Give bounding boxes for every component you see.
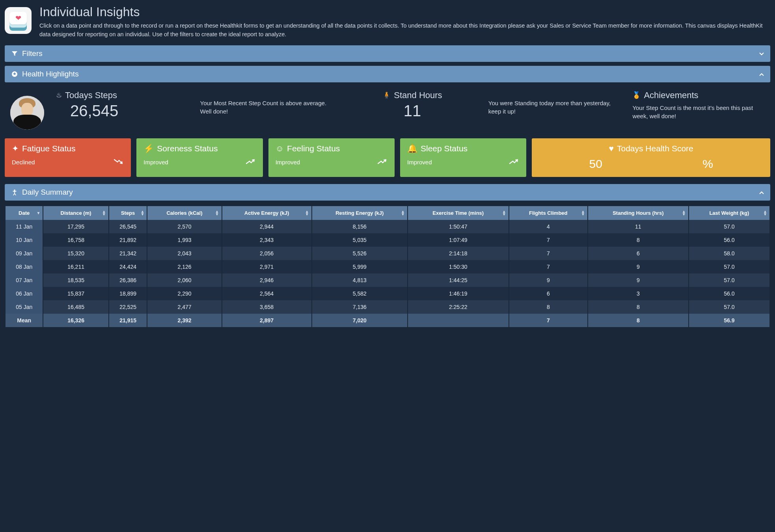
cell-distance[interactable]: 15,320 [43, 247, 108, 260]
table-row[interactable]: 05 Jan16,48522,5252,4773,6587,1362:25:22… [6, 300, 769, 314]
cell-distance[interactable]: 16,485 [43, 300, 108, 314]
cell-standing[interactable]: 11 [588, 220, 688, 233]
cell-distance[interactable]: 18,535 [43, 273, 108, 287]
cell-resting[interactable]: 4,813 [312, 273, 407, 287]
col-weight[interactable]: Last Weight (kg)▲▼ [689, 206, 769, 220]
col-exercise-time[interactable]: Exercise Time (mins)▲▼ [408, 206, 509, 220]
cell-calories[interactable]: 2,290 [147, 287, 221, 300]
cell-active[interactable]: 2,564 [222, 287, 311, 300]
daily-summary-panel-header[interactable]: Daily Summary [5, 184, 770, 201]
stand-value[interactable]: 11 [344, 102, 481, 120]
cell-active[interactable]: 2,944 [222, 220, 311, 233]
cell-resting[interactable]: 5,526 [312, 247, 407, 260]
cell-exercise[interactable]: 1:07:49 [408, 233, 509, 247]
cell-exercise[interactable]: 2:14:18 [408, 247, 509, 260]
cell-date[interactable]: 11 Jan [6, 220, 43, 233]
cell-distance[interactable]: 15,837 [43, 287, 108, 300]
col-steps[interactable]: Steps▲▼ [109, 206, 147, 220]
cell-steps[interactable]: 21,892 [109, 233, 147, 247]
table-row[interactable]: 07 Jan18,53526,3862,0602,9464,8131:44:25… [6, 273, 769, 287]
soreness-status-card[interactable]: ⚡Soreness Status Improved [136, 138, 263, 177]
cell-steps[interactable]: 26,386 [109, 273, 147, 287]
cell-distance[interactable]: 17,295 [43, 220, 108, 233]
feeling-status-card[interactable]: ☺Feeling Status Improved [268, 138, 395, 177]
chevron-up-icon [759, 71, 764, 77]
col-active-energy[interactable]: Active Energy (kJ)▲▼ [222, 206, 311, 220]
cell-steps[interactable]: 24,424 [109, 260, 147, 273]
cell-standing[interactable]: 9 [588, 260, 688, 273]
cell-standing[interactable]: 3 [588, 287, 688, 300]
cell-flights[interactable]: 9 [509, 273, 587, 287]
cell-flights[interactable]: 7 [509, 260, 587, 273]
cell-resting[interactable]: 5,035 [312, 233, 407, 247]
cell-flights[interactable]: 4 [509, 220, 587, 233]
cell-distance[interactable]: 16,758 [43, 233, 108, 247]
cell-active[interactable]: 3,658 [222, 300, 311, 314]
cell-date[interactable]: 06 Jan [6, 287, 43, 300]
cell-active[interactable]: 2,946 [222, 273, 311, 287]
page-header: ❤ Individual Insights Click on a data po… [5, 5, 770, 39]
cell-resting[interactable]: 5,582 [312, 287, 407, 300]
cell-steps[interactable]: 21,342 [109, 247, 147, 260]
cell-weight[interactable]: 56.0 [689, 287, 769, 300]
steps-value[interactable]: 26,545 [56, 102, 192, 120]
cell-calories[interactable]: 1,993 [147, 233, 221, 247]
cell-date[interactable]: 07 Jan [6, 273, 43, 287]
avatar[interactable] [10, 96, 44, 130]
table-row[interactable]: 11 Jan17,29526,5452,5702,9448,1561:50:47… [6, 220, 769, 233]
cell-exercise[interactable]: 1:46:19 [408, 287, 509, 300]
cell-resting[interactable]: 7,136 [312, 300, 407, 314]
cell-exercise[interactable]: 1:50:30 [408, 260, 509, 273]
cell-resting[interactable]: 5,999 [312, 260, 407, 273]
cell-exercise[interactable]: 2:25:22 [408, 300, 509, 314]
cell-date[interactable]: 08 Jan [6, 260, 43, 273]
cell-date[interactable]: 10 Jan [6, 233, 43, 247]
highlights-panel-header[interactable]: Health Highlights [5, 66, 770, 82]
cell-flights[interactable]: 8 [509, 300, 587, 314]
cell-flights[interactable]: 6 [509, 287, 587, 300]
cell-resting[interactable]: 8,156 [312, 220, 407, 233]
col-date[interactable]: Date▼ [6, 206, 43, 220]
sleep-status-card[interactable]: 🔔Sleep Status Improved [400, 138, 526, 177]
cell-weight[interactable]: 57.0 [689, 220, 769, 233]
cell-active[interactable]: 2,343 [222, 233, 311, 247]
cell-active[interactable]: 2,056 [222, 247, 311, 260]
cell-flights[interactable]: 7 [509, 233, 587, 247]
cell-distance[interactable]: 16,211 [43, 260, 108, 273]
cell-exercise[interactable]: 1:44:25 [408, 273, 509, 287]
cell-weight[interactable]: 56.0 [689, 233, 769, 247]
col-calories[interactable]: Calories (kCal)▲▼ [147, 206, 221, 220]
col-standing-hours[interactable]: Standing Hours (hrs)▲▼ [588, 206, 688, 220]
cell-steps[interactable]: 22,525 [109, 300, 147, 314]
cell-weight[interactable]: 57.0 [689, 273, 769, 287]
col-flights[interactable]: Flights Climbed▲▼ [509, 206, 587, 220]
cell-steps[interactable]: 18,899 [109, 287, 147, 300]
cell-weight[interactable]: 57.0 [689, 300, 769, 314]
table-row[interactable]: 09 Jan15,32021,3422,0432,0565,5262:14:18… [6, 247, 769, 260]
fatigue-status-card[interactable]: ✦Fatigue Status Declined [5, 138, 131, 177]
filters-panel-header[interactable]: Filters [5, 45, 770, 62]
cell-calories[interactable]: 2,043 [147, 247, 221, 260]
cell-calories[interactable]: 2,126 [147, 260, 221, 273]
cell-standing[interactable]: 8 [588, 233, 688, 247]
cell-steps[interactable]: 26,545 [109, 220, 147, 233]
col-resting-energy[interactable]: Resting Energy (kJ)▲▼ [312, 206, 407, 220]
health-score-card[interactable]: ♥Todays Health Score 50 % [532, 138, 770, 177]
table-row[interactable]: 06 Jan15,83718,8992,2902,5645,5821:46:19… [6, 287, 769, 300]
cell-date[interactable]: 05 Jan [6, 300, 43, 314]
table-row[interactable]: 08 Jan16,21124,4242,1262,9715,9991:50:30… [6, 260, 769, 273]
table-row[interactable]: 10 Jan16,75821,8921,9932,3435,0351:07:49… [6, 233, 769, 247]
col-distance[interactable]: Distance (m)▲▼ [43, 206, 108, 220]
cell-date[interactable]: 09 Jan [6, 247, 43, 260]
cell-exercise[interactable]: 1:50:47 [408, 220, 509, 233]
cell-calories[interactable]: 2,570 [147, 220, 221, 233]
cell-active[interactable]: 2,971 [222, 260, 311, 273]
cell-standing[interactable]: 8 [588, 300, 688, 314]
cell-weight[interactable]: 58.0 [689, 247, 769, 260]
cell-calories[interactable]: 2,060 [147, 273, 221, 287]
cell-calories[interactable]: 2,477 [147, 300, 221, 314]
cell-standing[interactable]: 6 [588, 247, 688, 260]
cell-weight[interactable]: 57.0 [689, 260, 769, 273]
cell-flights[interactable]: 7 [509, 247, 587, 260]
cell-standing[interactable]: 9 [588, 273, 688, 287]
